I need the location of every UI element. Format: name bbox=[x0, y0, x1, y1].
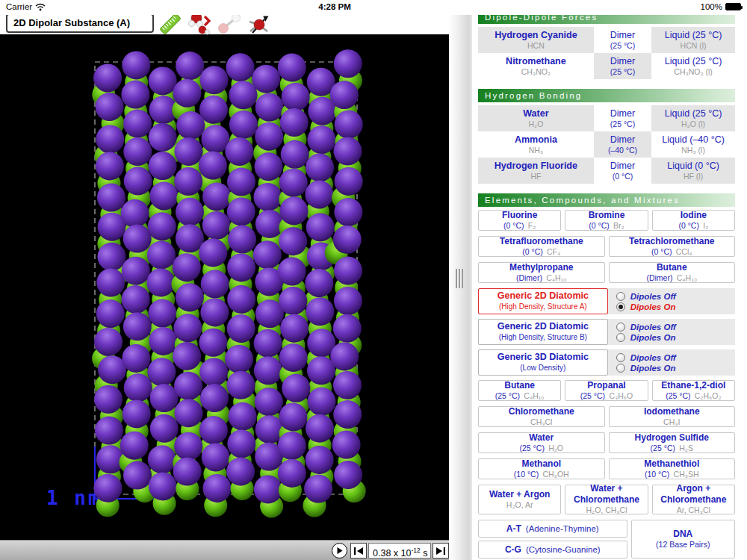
substance-detail: CH₃Cl bbox=[530, 417, 552, 427]
substance-cell-button[interactable]: AmmoniaNH₃ bbox=[478, 131, 594, 158]
substance-name: Water bbox=[523, 108, 548, 119]
condition-label: (25 °C) bbox=[580, 391, 605, 400]
generic-substance-button[interactable]: Generic 2D Diatomic(High Density, Struct… bbox=[478, 319, 608, 345]
substance-cell-button[interactable]: NitromethaneCH₃NO₂ bbox=[478, 53, 594, 79]
substance-button[interactable]: Argon + ChloromethaneAr, CH₃Cl bbox=[652, 485, 735, 514]
substance-button[interactable]: Iodine(0 °C) I₂ bbox=[652, 210, 735, 231]
substance-button[interactable]: Butane(Dimer) C₄H₁₀ bbox=[609, 262, 736, 283]
dna-button[interactable]: DNA(12 Base Pairs) bbox=[631, 520, 735, 559]
status-bar: Carrier 4:28 PM 100% bbox=[0, 0, 747, 15]
radio-button-icon[interactable] bbox=[616, 292, 625, 301]
substance-button[interactable]: Ethane-1,2-diol(25 °C) C₂H₆O₂ bbox=[652, 380, 735, 401]
condition-label: (25 °C) bbox=[666, 391, 690, 400]
substance-cell-button[interactable]: Dimer(–40 °C) bbox=[594, 131, 651, 158]
substance-detail: (25 °C) bbox=[610, 41, 635, 51]
condition-label: (25 °C) bbox=[610, 41, 635, 50]
radio-button-icon[interactable] bbox=[616, 333, 625, 342]
formula-label: CH₃SH bbox=[674, 470, 699, 479]
substance-name: Dimer bbox=[610, 160, 635, 172]
radio-button-icon[interactable] bbox=[616, 353, 625, 362]
dipole-radio-option[interactable]: Dipoles Off bbox=[616, 292, 735, 301]
substance-button[interactable]: Methanol(10 °C) CH₃OH bbox=[478, 458, 605, 479]
substance-button[interactable]: Tetrachloromethane(0 °C) CCl₄ bbox=[609, 236, 736, 257]
substance-detail: H₂O bbox=[528, 119, 543, 129]
generic-substance-button[interactable]: Generic 2D Diatomic(High Density, Struct… bbox=[478, 288, 608, 314]
substance-name: Chloromethane bbox=[509, 406, 574, 417]
substance-detail: (0 °C) Br₂ bbox=[589, 221, 624, 231]
substance-button[interactable]: Hydrogen Sulfide(25 °C) H₂S bbox=[609, 432, 736, 453]
substance-button[interactable]: Methylpropane(Dimer) C₄H₁₀ bbox=[478, 262, 605, 283]
substance-button[interactable]: Methanethiol(10 °C) CH₃SH bbox=[609, 458, 736, 479]
substance-cell-button[interactable]: Hydrogen FluorideHF bbox=[478, 158, 594, 184]
substance-detail: (25 °C) H₂S bbox=[651, 444, 693, 453]
substance-table: WaterH₂ODimer(25 °C)Liquid (25 °C)H₂O (l… bbox=[478, 105, 735, 184]
substance-button[interactable]: Water + ArgonH₂O, Ar bbox=[478, 485, 561, 514]
substance-cell-button[interactable]: Hydrogen CyanideHCN bbox=[478, 27, 594, 53]
substance-detail: (0 °C) CF₄ bbox=[522, 247, 560, 257]
step-back-button[interactable] bbox=[350, 543, 367, 559]
step-forward-button[interactable] bbox=[433, 543, 449, 559]
substance-name: Liquid (25 °C) bbox=[665, 55, 722, 67]
condition-label: (Low Density) bbox=[520, 364, 565, 372]
substance-cell-button[interactable]: Dimer(25 °C) bbox=[594, 53, 651, 79]
play-button[interactable] bbox=[332, 543, 347, 559]
formula-label: Ar, CH₃Cl bbox=[677, 505, 710, 514]
substance-selector[interactable]: 2D Dipolar Substance (A) bbox=[6, 13, 154, 33]
panel-divider[interactable] bbox=[449, 15, 472, 560]
substance-cell-button[interactable]: Dimer(0 °C) bbox=[594, 158, 651, 184]
substance-detail: HF bbox=[530, 172, 541, 181]
substance-cell-button[interactable]: Liquid (25 °C)H₂O (l) bbox=[651, 105, 735, 131]
substance-name: Dimer bbox=[610, 108, 635, 119]
substance-cell-button[interactable]: Dimer(25 °C) bbox=[594, 27, 651, 53]
substance-cell-button[interactable]: Liquid (25 °C)CH₃NO₂ (l) bbox=[651, 53, 735, 79]
radio-button-icon[interactable] bbox=[616, 302, 625, 311]
substance-button[interactable]: Water(25 °C) H₂O bbox=[478, 432, 605, 453]
substance-cell-button[interactable]: WaterH₂O bbox=[478, 105, 594, 131]
substance-button[interactable]: ChloromethaneCH₃Cl bbox=[478, 406, 605, 427]
atom-positive-pole bbox=[225, 345, 253, 373]
button-row: Water(25 °C) H₂OHydrogen Sulfide(25 °C) … bbox=[478, 432, 735, 453]
base-pair-button[interactable]: C-G(Cytosine-Guanine) bbox=[478, 541, 627, 559]
substance-button[interactable]: Tetrafluoromethane(0 °C) CF₄ bbox=[478, 236, 605, 257]
formula-label: C₄H₁₀ bbox=[677, 273, 697, 282]
dna-row: A-T(Adenine-Thymine)C-G(Cytosine-Guanine… bbox=[478, 520, 735, 559]
substance-panel: Dipole-Dipole ForcesHydrogen CyanideHCND… bbox=[472, 0, 747, 560]
radio-button-icon[interactable] bbox=[616, 323, 625, 332]
formula-label: CH₃OH bbox=[542, 470, 568, 479]
formula-label: C₄H₁₀ bbox=[524, 391, 544, 400]
radio-button-icon[interactable] bbox=[616, 364, 625, 373]
base-pair-button[interactable]: A-T(Adenine-Thymine) bbox=[478, 520, 627, 538]
dipole-radio-option[interactable]: Dipoles On bbox=[616, 302, 735, 311]
formula-label: H₂O bbox=[548, 444, 563, 452]
condition-label: (High Density, Structure A) bbox=[499, 302, 587, 311]
dipole-radio-group: Dipoles OffDipoles On bbox=[608, 319, 735, 345]
formula-label: NH₃ (l) bbox=[681, 146, 705, 155]
formula-label: HCN (l) bbox=[681, 41, 707, 50]
substance-detail: (Dimer) C₄H₁₀ bbox=[646, 273, 697, 283]
dipole-radio-option[interactable]: Dipoles On bbox=[616, 364, 735, 373]
substance-button[interactable]: Bromine(0 °C) Br₂ bbox=[565, 210, 648, 231]
dipole-radio-option[interactable]: Dipoles Off bbox=[616, 353, 735, 362]
elapsed-time-display[interactable]: 0.38 x 10-12 s bbox=[368, 543, 431, 559]
substance-cell-button[interactable]: Liquid (0 °C)HF (l) bbox=[651, 158, 735, 184]
substance-button[interactable]: Butane(25 °C) C₄H₁₀ bbox=[478, 380, 561, 401]
simulation-canvas[interactable]: 1 nm bbox=[0, 34, 449, 540]
substance-button[interactable]: IodomethaneCH₃I bbox=[609, 406, 736, 427]
substance-button[interactable]: Water + ChloromethaneH₂O, CH₃Cl bbox=[565, 485, 648, 514]
substance-cell-button[interactable]: Dimer(25 °C) bbox=[594, 105, 651, 131]
generic-substance-button[interactable]: Generic 3D Diatomic(Low Density) bbox=[478, 349, 608, 376]
substance-button[interactable]: Propanal(25 °C) C₃H₆O bbox=[565, 380, 648, 401]
divider-grip-icon[interactable] bbox=[456, 269, 463, 288]
substance-detail: (0 °C) CCl₄ bbox=[651, 247, 692, 257]
substance-name: Generic 2D Diatomic bbox=[498, 321, 589, 333]
substance-cell-button[interactable]: Liquid (–40 °C)NH₃ (l) bbox=[651, 131, 735, 158]
dipole-radio-option[interactable]: Dipoles On bbox=[616, 333, 735, 342]
formula-label: CH₃NO₂ (l) bbox=[674, 67, 713, 76]
substance-name: Methylpropane bbox=[509, 262, 573, 273]
dipole-radio-option[interactable]: Dipoles Off bbox=[616, 323, 735, 332]
substance-button[interactable]: Fluorine(0 °C) F₂ bbox=[478, 210, 561, 231]
substance-name: Dimer bbox=[610, 29, 635, 41]
substance-table: Hydrogen CyanideHCNDimer(25 °C)Liquid (2… bbox=[478, 27, 735, 79]
substance-cell-button[interactable]: Liquid (25 °C)HCN (l) bbox=[651, 27, 735, 53]
condition-label: (Dimer) bbox=[646, 273, 672, 282]
